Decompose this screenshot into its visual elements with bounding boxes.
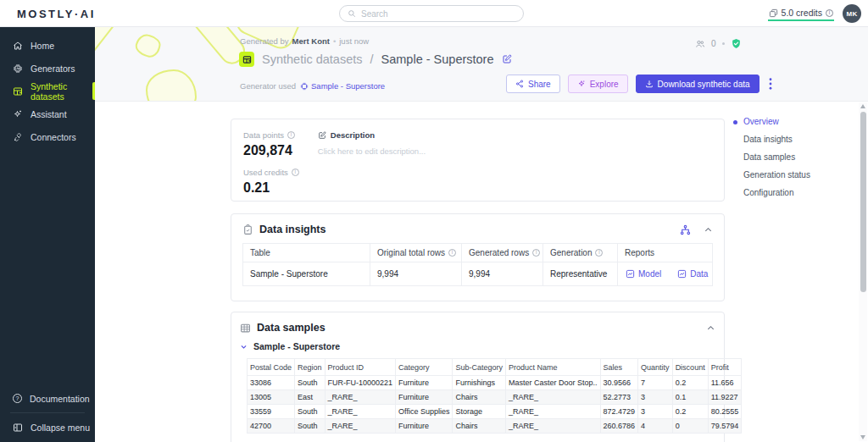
column-header: Quantity (638, 359, 673, 376)
insights-reports: Model Data (618, 262, 713, 286)
page-nav: Overview Data insights Data samples Gene… (743, 116, 810, 199)
generators-icon (13, 64, 23, 74)
sample-cell: Furniture (396, 376, 453, 390)
description-edit-icon (318, 131, 326, 140)
download-synthetic-data-button[interactable]: Download synthetic data (636, 75, 760, 93)
sidebar-item-home[interactable]: Home (0, 34, 95, 57)
edit-title-icon[interactable] (502, 54, 512, 64)
sample-cell: 13005 (248, 390, 295, 405)
sample-cell: _RARE_ (506, 405, 601, 419)
credits-label: 5.0 credits (782, 8, 822, 18)
credits-info-icon[interactable] (826, 9, 833, 17)
model-report-link[interactable]: Model (625, 269, 669, 279)
breadcrumb: Synthetic datasets / Sample - Superstore (239, 52, 512, 67)
more-actions-icon[interactable] (767, 76, 774, 91)
nav-item-data-samples[interactable]: Data samples (743, 152, 810, 163)
generator-link-label: Sample - Superstore (311, 81, 385, 91)
sidebar-item-label: Assistant (31, 109, 67, 119)
sample-cell: 0.2 (672, 376, 708, 390)
data-points-info-icon[interactable] (287, 131, 295, 139)
sidebar-item-connectors[interactable]: Connectors (0, 125, 95, 148)
sample-cell: 0 (672, 419, 708, 434)
table-grid-icon (240, 323, 251, 334)
info-icon[interactable] (595, 249, 603, 257)
clipboard-icon (242, 224, 253, 235)
sidebar-item-label: Synthetic datasets (31, 81, 95, 102)
page-title: Sample - Superstore (381, 52, 494, 66)
data-samples-title: Data samples (257, 322, 326, 334)
breadcrumb-section[interactable]: Synthetic datasets (262, 52, 363, 66)
collapse-insights-icon[interactable] (704, 225, 713, 235)
scrollbar-thumb[interactable] (860, 112, 866, 292)
sidebar-item-assistant[interactable]: Assistant (0, 102, 95, 125)
credits-badge[interactable]: 5.0 credits (768, 6, 834, 21)
scrollbar-down-arrow[interactable] (860, 435, 865, 439)
scrollbar-up-arrow[interactable] (860, 104, 865, 108)
share-button[interactable]: Share (506, 75, 560, 93)
dataset-type-icon (239, 52, 254, 67)
column-header: Sales (600, 359, 638, 376)
sample-cell: _RARE_ (506, 419, 601, 434)
sidebar-item-documentation[interactable]: Documentation (0, 387, 95, 410)
sidebar-item-label: Connectors (31, 132, 76, 142)
hierarchy-icon[interactable] (680, 224, 691, 235)
data-insights-card: Data insights Table Original total r (231, 213, 725, 301)
collapse-samples-icon[interactable] (706, 323, 715, 333)
app-window: MOSTLY·AI 5.0 credits MK Home Generators (0, 0, 868, 442)
samples-header-row: Postal Code Region Product ID Category S… (248, 359, 742, 376)
sidebar-item-synthetic-datasets[interactable]: Synthetic datasets (0, 80, 95, 102)
overview-card: Data points 209,874 Used credits 0.21 De… (231, 119, 725, 202)
nav-item-overview[interactable]: Overview (743, 116, 810, 128)
sample-cell: 80.2555 (708, 405, 742, 419)
sample-cell: 52.2773 (600, 390, 638, 405)
sample-cell: 33086 (248, 376, 295, 390)
used-credits-info-icon[interactable] (292, 169, 299, 176)
nav-item-configuration[interactable]: Configuration (743, 187, 810, 199)
search-input[interactable] (361, 9, 515, 19)
insights-header-row: Table Original total rows Generated rows… (243, 244, 713, 262)
generator-used: Generator used Sample - Superstore (240, 81, 385, 91)
sample-cell: South (295, 376, 326, 390)
search-box[interactable] (339, 5, 524, 22)
chevron-down-icon (240, 343, 248, 351)
description-placeholder[interactable]: Click here to edit description... (318, 146, 426, 156)
info-icon[interactable] (532, 249, 540, 257)
sample-row: 33559South_RARE_Office SuppliesStorage_R… (248, 405, 742, 419)
sample-table-toggle[interactable]: Sample - Superstore (240, 341, 715, 351)
insights-table: Table Original total rows Generated rows… (242, 243, 713, 286)
data-samples-card: Data samples Sample - Superstore Postal … (231, 312, 725, 442)
generated-by-line: Generated by Mert Kont just now (240, 36, 369, 46)
sample-cell: 4 (638, 419, 673, 434)
nav-item-data-insights[interactable]: Data insights (743, 134, 810, 146)
search-icon (348, 9, 356, 18)
sample-cell: South (295, 419, 326, 434)
used-credits-label: Used credits (243, 168, 288, 177)
sample-cell: South (295, 405, 326, 419)
report-chart-icon (677, 269, 687, 279)
sidebar: Home Generators Synthetic datasets Assis… (0, 27, 95, 442)
sidebar-item-collapse-menu[interactable]: Collapse menu (0, 416, 95, 439)
sample-cell: 33559 (248, 405, 295, 419)
data-points-value: 209,874 (243, 143, 299, 158)
column-header: Original total rows (370, 244, 462, 262)
download-icon (645, 80, 654, 88)
data-report-link[interactable]: Data (676, 269, 712, 279)
info-icon[interactable] (448, 249, 456, 257)
collapse-menu-icon (13, 423, 23, 433)
sidebar-item-generators[interactable]: Generators (0, 57, 95, 80)
credits-icon (769, 8, 778, 18)
decorative-blob (133, 32, 162, 59)
sample-cell: Chairs (453, 419, 506, 434)
generator-link[interactable]: Sample - Superstore (300, 81, 385, 91)
explore-button[interactable]: Explore (568, 75, 628, 93)
data-points-label-row: Data points (243, 130, 299, 140)
brand-logo[interactable]: MOSTLY·AI (17, 8, 96, 20)
sidebar-item-label: Documentation (30, 394, 90, 404)
nav-item-generation-status[interactable]: Generation status (743, 169, 810, 181)
column-header: Profit (708, 359, 742, 376)
download-button-label: Download synthetic data (658, 80, 750, 89)
sample-cell: 79.5794 (708, 419, 742, 434)
avatar[interactable]: MK (843, 4, 861, 23)
samples-table: Postal Code Region Product ID Category S… (247, 358, 742, 434)
scrollbar[interactable] (859, 102, 867, 441)
